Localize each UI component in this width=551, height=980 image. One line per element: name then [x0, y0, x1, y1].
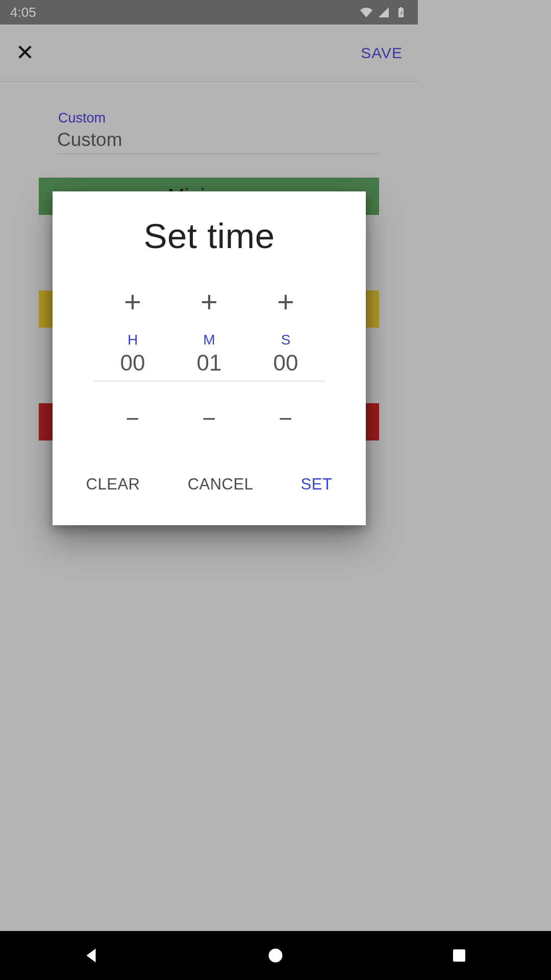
clear-button[interactable]: CLEAR [86, 475, 140, 494]
hours-minus-button[interactable]: − [94, 407, 171, 445]
set-time-dialog: Set time + H 00 + M 01 + S 00 − − − CLEA… [53, 191, 366, 525]
seconds-value[interactable]: 00 [247, 350, 324, 381]
cancel-button[interactable]: CANCEL [188, 475, 254, 494]
seconds-label: S [247, 332, 324, 348]
minutes-label: M [171, 332, 247, 348]
hours-plus-button[interactable]: + [94, 287, 171, 325]
time-picker: + H 00 + M 01 + S 00 [53, 287, 366, 381]
minutes-plus-button[interactable]: + [171, 287, 247, 325]
minutes-minus-button[interactable]: − [171, 407, 247, 445]
dialog-title: Set time [53, 191, 366, 256]
seconds-minus-button[interactable]: − [247, 407, 324, 445]
minutes-value[interactable]: 01 [171, 350, 247, 381]
hours-value[interactable]: 00 [94, 350, 171, 381]
picker-divider [94, 381, 324, 381]
seconds-plus-button[interactable]: + [247, 287, 324, 325]
minutes-column: + M 01 [171, 287, 247, 381]
seconds-column: + S 00 [247, 287, 324, 381]
hours-label: H [94, 332, 171, 348]
minus-row: − − − [53, 407, 366, 445]
dialog-actions: CLEAR CANCEL SET [53, 445, 366, 525]
hours-column: + H 00 [94, 287, 171, 381]
set-button[interactable]: SET [301, 475, 333, 494]
